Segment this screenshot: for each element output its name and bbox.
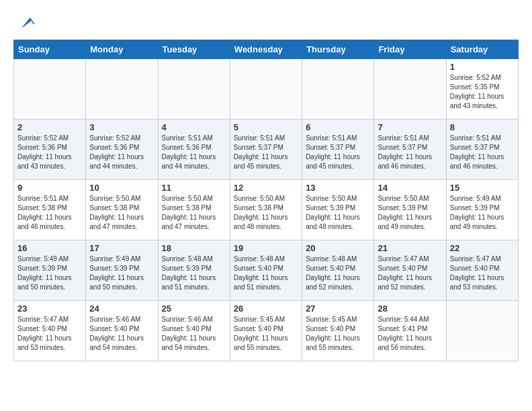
day-number: 22: [450, 243, 515, 253]
day-number: 23: [17, 304, 82, 314]
day-number: 4: [162, 122, 226, 132]
day-cell: [374, 59, 446, 120]
day-cell: 20Sunrise: 5:48 AM Sunset: 5:40 PM Dayli…: [302, 240, 374, 301]
day-number: 1: [450, 62, 515, 72]
day-cell: 12Sunrise: 5:50 AM Sunset: 5:38 PM Dayli…: [230, 180, 302, 240]
day-cell: 19Sunrise: 5:48 AM Sunset: 5:40 PM Dayli…: [230, 240, 302, 301]
week-row-1: 1Sunrise: 5:52 AM Sunset: 5:35 PM Daylig…: [14, 59, 519, 120]
day-number: 8: [450, 122, 515, 132]
day-cell: 2Sunrise: 5:52 AM Sunset: 5:36 PM Daylig…: [14, 120, 86, 180]
day-cell: 9Sunrise: 5:51 AM Sunset: 5:38 PM Daylig…: [14, 180, 86, 240]
day-info: Sunrise: 5:47 AM Sunset: 5:40 PM Dayligh…: [450, 255, 515, 292]
day-cell: 18Sunrise: 5:48 AM Sunset: 5:39 PM Dayli…: [158, 240, 230, 301]
day-number: 28: [378, 304, 442, 314]
day-number: 15: [450, 183, 515, 193]
day-cell: 14Sunrise: 5:50 AM Sunset: 5:39 PM Dayli…: [374, 180, 446, 240]
header-thursday: Thursday: [302, 40, 374, 59]
day-info: Sunrise: 5:48 AM Sunset: 5:39 PM Dayligh…: [162, 255, 226, 292]
day-info: Sunrise: 5:44 AM Sunset: 5:41 PM Dayligh…: [378, 315, 442, 353]
day-cell: 15Sunrise: 5:49 AM Sunset: 5:39 PM Dayli…: [446, 180, 518, 240]
logo-icon: [16, 13, 36, 34]
header-friday: Friday: [374, 40, 446, 59]
day-info: Sunrise: 5:46 AM Sunset: 5:40 PM Dayligh…: [89, 315, 154, 353]
day-number: 14: [378, 183, 442, 193]
day-cell: 26Sunrise: 5:45 AM Sunset: 5:40 PM Dayli…: [230, 301, 302, 361]
day-cell: 23Sunrise: 5:47 AM Sunset: 5:40 PM Dayli…: [14, 301, 86, 361]
day-cell: [302, 59, 374, 120]
day-cell: 11Sunrise: 5:50 AM Sunset: 5:38 PM Dayli…: [158, 180, 230, 240]
day-info: Sunrise: 5:49 AM Sunset: 5:39 PM Dayligh…: [89, 255, 154, 292]
day-number: 13: [306, 183, 370, 193]
day-cell: [86, 59, 158, 120]
header-saturday: Saturday: [446, 40, 518, 59]
day-number: 2: [17, 122, 82, 132]
calendar-table: SundayMondayTuesdayWednesdayThursdayFrid…: [13, 40, 519, 361]
day-cell: 3Sunrise: 5:52 AM Sunset: 5:36 PM Daylig…: [86, 120, 158, 180]
day-info: Sunrise: 5:50 AM Sunset: 5:38 PM Dayligh…: [234, 194, 298, 232]
day-number: 24: [89, 304, 154, 314]
day-cell: 28Sunrise: 5:44 AM Sunset: 5:41 PM Dayli…: [374, 301, 446, 361]
day-cell: 16Sunrise: 5:49 AM Sunset: 5:39 PM Dayli…: [14, 240, 86, 301]
day-cell: 24Sunrise: 5:46 AM Sunset: 5:40 PM Dayli…: [86, 301, 158, 361]
day-number: 7: [378, 122, 442, 132]
day-info: Sunrise: 5:45 AM Sunset: 5:40 PM Dayligh…: [234, 315, 298, 353]
day-number: 17: [89, 243, 154, 253]
week-row-4: 16Sunrise: 5:49 AM Sunset: 5:39 PM Dayli…: [14, 240, 519, 301]
logo: [13, 13, 36, 33]
day-number: 21: [378, 243, 442, 253]
page-header: [13, 13, 519, 33]
day-cell: [230, 59, 302, 120]
day-info: Sunrise: 5:48 AM Sunset: 5:40 PM Dayligh…: [306, 255, 370, 292]
day-cell: 27Sunrise: 5:45 AM Sunset: 5:40 PM Dayli…: [302, 301, 374, 361]
logo-text: [13, 13, 36, 37]
day-number: 27: [306, 304, 370, 314]
day-cell: [14, 59, 86, 120]
day-cell: 6Sunrise: 5:51 AM Sunset: 5:37 PM Daylig…: [302, 120, 374, 180]
day-info: Sunrise: 5:45 AM Sunset: 5:40 PM Dayligh…: [306, 315, 370, 353]
day-number: 19: [234, 243, 298, 253]
day-cell: 17Sunrise: 5:49 AM Sunset: 5:39 PM Dayli…: [86, 240, 158, 301]
day-cell: 25Sunrise: 5:46 AM Sunset: 5:40 PM Dayli…: [158, 301, 230, 361]
day-info: Sunrise: 5:50 AM Sunset: 5:38 PM Dayligh…: [162, 194, 226, 232]
day-number: 6: [306, 122, 370, 132]
day-info: Sunrise: 5:47 AM Sunset: 5:40 PM Dayligh…: [17, 315, 82, 353]
day-info: Sunrise: 5:52 AM Sunset: 5:36 PM Dayligh…: [17, 134, 82, 171]
day-info: Sunrise: 5:51 AM Sunset: 5:38 PM Dayligh…: [17, 194, 82, 232]
day-number: 11: [162, 183, 226, 193]
week-row-5: 23Sunrise: 5:47 AM Sunset: 5:40 PM Dayli…: [14, 301, 519, 361]
day-cell: 4Sunrise: 5:51 AM Sunset: 5:36 PM Daylig…: [158, 120, 230, 180]
day-number: 10: [89, 183, 154, 193]
day-cell: 8Sunrise: 5:51 AM Sunset: 5:37 PM Daylig…: [446, 120, 518, 180]
day-cell: 10Sunrise: 5:50 AM Sunset: 5:38 PM Dayli…: [86, 180, 158, 240]
day-info: Sunrise: 5:52 AM Sunset: 5:35 PM Dayligh…: [450, 73, 515, 111]
day-number: 5: [234, 122, 298, 132]
day-info: Sunrise: 5:49 AM Sunset: 5:39 PM Dayligh…: [17, 255, 82, 292]
week-row-3: 9Sunrise: 5:51 AM Sunset: 5:38 PM Daylig…: [14, 180, 519, 240]
day-info: Sunrise: 5:49 AM Sunset: 5:39 PM Dayligh…: [450, 194, 515, 232]
day-cell: 1Sunrise: 5:52 AM Sunset: 5:35 PM Daylig…: [446, 59, 518, 120]
day-info: Sunrise: 5:46 AM Sunset: 5:40 PM Dayligh…: [162, 315, 226, 353]
day-info: Sunrise: 5:51 AM Sunset: 5:37 PM Dayligh…: [378, 134, 442, 171]
day-info: Sunrise: 5:50 AM Sunset: 5:39 PM Dayligh…: [378, 194, 442, 232]
day-cell: 5Sunrise: 5:51 AM Sunset: 5:37 PM Daylig…: [230, 120, 302, 180]
header-row: SundayMondayTuesdayWednesdayThursdayFrid…: [14, 40, 519, 59]
day-number: 9: [17, 183, 82, 193]
day-info: Sunrise: 5:51 AM Sunset: 5:36 PM Dayligh…: [162, 134, 226, 171]
day-number: 25: [162, 304, 226, 314]
day-info: Sunrise: 5:51 AM Sunset: 5:37 PM Dayligh…: [450, 134, 515, 171]
day-cell: [446, 301, 518, 361]
day-cell: 22Sunrise: 5:47 AM Sunset: 5:40 PM Dayli…: [446, 240, 518, 301]
day-cell: 7Sunrise: 5:51 AM Sunset: 5:37 PM Daylig…: [374, 120, 446, 180]
day-number: 12: [234, 183, 298, 193]
header-wednesday: Wednesday: [230, 40, 302, 59]
day-info: Sunrise: 5:51 AM Sunset: 5:37 PM Dayligh…: [306, 134, 370, 171]
day-cell: 21Sunrise: 5:47 AM Sunset: 5:40 PM Dayli…: [374, 240, 446, 301]
header-sunday: Sunday: [14, 40, 86, 59]
day-number: 16: [17, 243, 82, 253]
week-row-2: 2Sunrise: 5:52 AM Sunset: 5:36 PM Daylig…: [14, 120, 519, 180]
day-number: 20: [306, 243, 370, 253]
day-number: 18: [162, 243, 226, 253]
day-info: Sunrise: 5:50 AM Sunset: 5:39 PM Dayligh…: [306, 194, 370, 232]
header-tuesday: Tuesday: [158, 40, 230, 59]
day-number: 3: [89, 122, 154, 132]
